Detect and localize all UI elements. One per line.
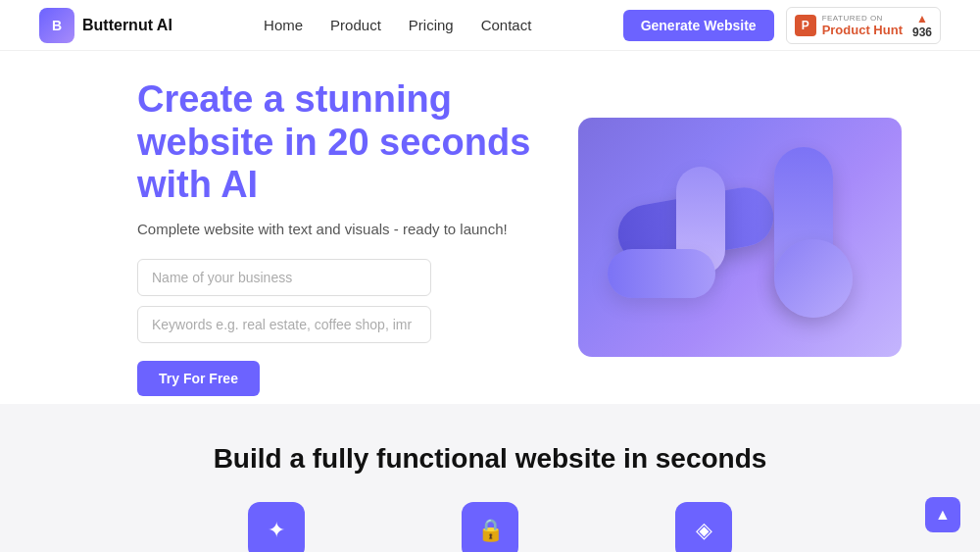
business-name-input[interactable] bbox=[137, 259, 431, 296]
keywords-input[interactable] bbox=[137, 306, 431, 343]
upvote-arrow-icon: ▲ bbox=[916, 12, 928, 25]
nav-contact[interactable]: Contact bbox=[481, 17, 532, 33]
nav-home[interactable]: Home bbox=[264, 17, 303, 33]
hero-content: Create a stunning website in 20 seconds … bbox=[137, 78, 549, 396]
nav-product[interactable]: Product bbox=[330, 17, 381, 33]
shape-5 bbox=[608, 249, 715, 298]
feature-icon-3-symbol: ◈ bbox=[696, 518, 712, 543]
product-hunt-icon: P bbox=[795, 15, 816, 36]
navbar-right: Generate Website P FEATURED ON Product H… bbox=[623, 7, 941, 44]
bottom-title: Build a fully functional website in seco… bbox=[78, 443, 902, 475]
product-hunt-text: FEATURED ON Product Hunt bbox=[822, 14, 903, 37]
scroll-up-icon: ▲ bbox=[935, 506, 951, 524]
hero-image-bg bbox=[578, 118, 902, 357]
shape-3 bbox=[774, 239, 853, 318]
try-for-free-button[interactable]: Try For Free bbox=[137, 361, 260, 396]
product-hunt-upvote: ▲ 936 bbox=[912, 12, 932, 39]
nav-pricing[interactable]: Pricing bbox=[409, 17, 454, 33]
hero-illustration bbox=[578, 118, 902, 357]
brand-name: Butternut AI bbox=[82, 17, 172, 34]
generate-website-button[interactable]: Generate Website bbox=[623, 10, 774, 41]
hero-section: Create a stunning website in 20 seconds … bbox=[0, 51, 980, 404]
scroll-to-top-button[interactable]: ▲ bbox=[925, 497, 960, 532]
product-hunt-badge[interactable]: P FEATURED ON Product Hunt ▲ 936 bbox=[786, 7, 941, 44]
logo-area: B Butternut AI bbox=[39, 8, 172, 43]
logo-icon: B bbox=[39, 8, 74, 43]
feature-icon-2-symbol: 🔒 bbox=[477, 518, 504, 543]
shape-container bbox=[578, 118, 902, 357]
hero-title: Create a stunning website in 20 seconds … bbox=[137, 78, 549, 207]
hero-subtitle: Complete website with text and visuals -… bbox=[137, 221, 549, 237]
feature-icons: ✦ 🔒 ◈ bbox=[78, 502, 902, 552]
navbar: B Butternut AI Home Product Pricing Cont… bbox=[0, 0, 980, 51]
feature-icon-1-symbol: ✦ bbox=[268, 518, 285, 543]
feature-icon-1: ✦ bbox=[248, 502, 305, 552]
feature-icon-2: 🔒 bbox=[462, 502, 518, 552]
nav-links: Home Product Pricing Contact bbox=[264, 17, 531, 33]
hero-inputs bbox=[137, 259, 549, 343]
bottom-section: Build a fully functional website in seco… bbox=[0, 404, 980, 552]
feature-icon-3: ◈ bbox=[675, 502, 732, 552]
